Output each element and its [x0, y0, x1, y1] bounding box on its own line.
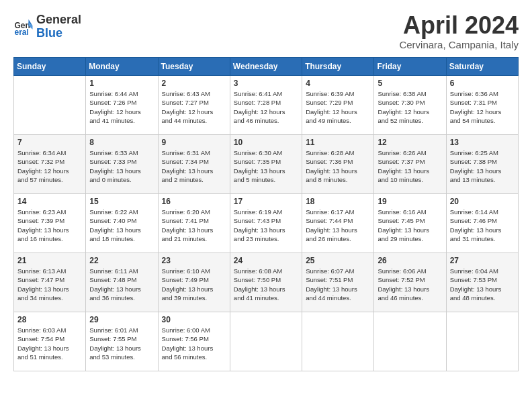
day-number: 13 [450, 138, 515, 147]
day-header-wednesday: Wednesday [230, 58, 302, 76]
day-info: Sunrise: 6:13 AMSunset: 7:47 PMDaylight:… [17, 267, 82, 302]
day-number: 8 [89, 138, 154, 147]
calendar-cell [374, 312, 446, 371]
day-number: 17 [234, 197, 298, 206]
calendar-cell: 11Sunrise: 6:28 AMSunset: 7:36 PMDayligh… [302, 135, 374, 194]
day-number: 11 [306, 138, 370, 147]
day-info: Sunrise: 6:17 AMSunset: 7:44 PMDaylight:… [306, 208, 370, 243]
header-row: SundayMondayTuesdayWednesdayThursdayFrid… [14, 58, 519, 76]
day-info: Sunrise: 6:34 AMSunset: 7:32 PMDaylight:… [17, 148, 82, 184]
day-info: Sunrise: 6:39 AMSunset: 7:29 PMDaylight:… [306, 89, 370, 125]
day-number: 24 [234, 256, 298, 265]
svg-text:eral: eral [15, 28, 29, 37]
calendar-week-2: 7Sunrise: 6:34 AMSunset: 7:32 PMDaylight… [14, 135, 519, 194]
calendar-table: SundayMondayTuesdayWednesdayThursdayFrid… [13, 57, 519, 371]
day-info: Sunrise: 6:28 AMSunset: 7:36 PMDaylight:… [306, 148, 370, 184]
day-info: Sunrise: 6:01 AMSunset: 7:55 PMDaylight:… [89, 326, 154, 361]
day-info: Sunrise: 6:25 AMSunset: 7:38 PMDaylight:… [450, 148, 515, 184]
day-info: Sunrise: 6:16 AMSunset: 7:45 PMDaylight:… [378, 208, 442, 243]
day-number: 7 [17, 138, 82, 147]
calendar-cell: 20Sunrise: 6:14 AMSunset: 7:46 PMDayligh… [446, 194, 518, 253]
page-header: Gen eral General Blue April 2024 Cervina… [13, 13, 519, 50]
title-area: April 2024 Cervinara, Campania, Italy [399, 13, 519, 50]
calendar-cell: 8Sunrise: 6:33 AMSunset: 7:33 PMDaylight… [86, 135, 158, 194]
calendar-cell: 26Sunrise: 6:06 AMSunset: 7:52 PMDayligh… [374, 253, 446, 312]
calendar-cell: 30Sunrise: 6:00 AMSunset: 7:56 PMDayligh… [158, 312, 230, 371]
month-title: April 2024 [399, 13, 519, 38]
day-header-thursday: Thursday [302, 58, 374, 76]
calendar-cell [302, 312, 374, 371]
day-info: Sunrise: 6:19 AMSunset: 7:43 PMDaylight:… [234, 208, 298, 243]
calendar-cell: 18Sunrise: 6:17 AMSunset: 7:44 PMDayligh… [302, 194, 374, 253]
day-number: 3 [234, 79, 298, 88]
day-number: 25 [306, 256, 370, 265]
calendar-cell: 3Sunrise: 6:41 AMSunset: 7:28 PMDaylight… [230, 76, 302, 135]
day-number: 23 [162, 256, 226, 265]
calendar-cell: 28Sunrise: 6:03 AMSunset: 7:54 PMDayligh… [14, 312, 86, 371]
day-info: Sunrise: 6:20 AMSunset: 7:41 PMDaylight:… [162, 208, 226, 243]
day-info: Sunrise: 6:07 AMSunset: 7:51 PMDaylight:… [306, 267, 370, 302]
calendar-cell: 15Sunrise: 6:22 AMSunset: 7:40 PMDayligh… [86, 194, 158, 253]
calendar-cell: 21Sunrise: 6:13 AMSunset: 7:47 PMDayligh… [14, 253, 86, 312]
calendar-cell: 23Sunrise: 6:10 AMSunset: 7:49 PMDayligh… [158, 253, 230, 312]
day-info: Sunrise: 6:33 AMSunset: 7:33 PMDaylight:… [89, 148, 154, 184]
day-header-sunday: Sunday [14, 58, 86, 76]
day-info: Sunrise: 6:03 AMSunset: 7:54 PMDaylight:… [17, 326, 82, 361]
calendar-body: 1Sunrise: 6:44 AMSunset: 7:26 PMDaylight… [14, 76, 519, 371]
calendar-cell [14, 76, 86, 135]
day-header-monday: Monday [86, 58, 158, 76]
calendar-cell: 7Sunrise: 6:34 AMSunset: 7:32 PMDaylight… [14, 135, 86, 194]
day-info: Sunrise: 6:43 AMSunset: 7:27 PMDaylight:… [162, 89, 226, 125]
day-info: Sunrise: 6:26 AMSunset: 7:37 PMDaylight:… [378, 148, 442, 184]
calendar-week-4: 21Sunrise: 6:13 AMSunset: 7:47 PMDayligh… [14, 253, 519, 312]
day-info: Sunrise: 6:22 AMSunset: 7:40 PMDaylight:… [89, 208, 154, 243]
day-number: 2 [162, 79, 226, 88]
day-number: 29 [89, 315, 154, 324]
calendar-cell: 1Sunrise: 6:44 AMSunset: 7:26 PMDaylight… [86, 76, 158, 135]
day-header-saturday: Saturday [446, 58, 518, 76]
day-number: 5 [378, 79, 442, 88]
calendar-cell: 4Sunrise: 6:39 AMSunset: 7:29 PMDaylight… [302, 76, 374, 135]
day-number: 4 [306, 79, 370, 88]
calendar-week-5: 28Sunrise: 6:03 AMSunset: 7:54 PMDayligh… [14, 312, 519, 371]
calendar-cell: 13Sunrise: 6:25 AMSunset: 7:38 PMDayligh… [446, 135, 518, 194]
logo-icon: Gen eral [13, 17, 34, 37]
day-number: 16 [162, 197, 226, 206]
calendar-cell: 14Sunrise: 6:23 AMSunset: 7:39 PMDayligh… [14, 194, 86, 253]
location-subtitle: Cervinara, Campania, Italy [399, 39, 519, 50]
day-info: Sunrise: 6:38 AMSunset: 7:30 PMDaylight:… [378, 89, 442, 125]
calendar-cell: 12Sunrise: 6:26 AMSunset: 7:37 PMDayligh… [374, 135, 446, 194]
calendar-cell: 16Sunrise: 6:20 AMSunset: 7:41 PMDayligh… [158, 194, 230, 253]
day-info: Sunrise: 6:11 AMSunset: 7:48 PMDaylight:… [89, 267, 154, 302]
day-number: 18 [306, 197, 370, 206]
calendar-cell: 9Sunrise: 6:31 AMSunset: 7:34 PMDaylight… [158, 135, 230, 194]
day-number: 19 [378, 197, 442, 206]
calendar-cell: 19Sunrise: 6:16 AMSunset: 7:45 PMDayligh… [374, 194, 446, 253]
day-header-friday: Friday [374, 58, 446, 76]
day-number: 14 [17, 197, 82, 206]
day-number: 6 [450, 79, 515, 88]
day-number: 30 [162, 315, 226, 324]
day-info: Sunrise: 6:08 AMSunset: 7:50 PMDaylight:… [234, 267, 298, 302]
logo: Gen eral General Blue [13, 13, 81, 40]
day-info: Sunrise: 6:23 AMSunset: 7:39 PMDaylight:… [17, 208, 82, 243]
day-number: 27 [450, 256, 515, 265]
day-info: Sunrise: 6:06 AMSunset: 7:52 PMDaylight:… [378, 267, 442, 302]
calendar-cell: 5Sunrise: 6:38 AMSunset: 7:30 PMDaylight… [374, 76, 446, 135]
day-info: Sunrise: 6:30 AMSunset: 7:35 PMDaylight:… [234, 148, 298, 184]
day-info: Sunrise: 6:00 AMSunset: 7:56 PMDaylight:… [162, 326, 226, 361]
day-number: 20 [450, 197, 515, 206]
day-number: 1 [89, 79, 154, 88]
calendar-cell: 22Sunrise: 6:11 AMSunset: 7:48 PMDayligh… [86, 253, 158, 312]
day-info: Sunrise: 6:36 AMSunset: 7:31 PMDaylight:… [450, 89, 515, 125]
calendar-cell: 6Sunrise: 6:36 AMSunset: 7:31 PMDaylight… [446, 76, 518, 135]
calendar-cell: 27Sunrise: 6:04 AMSunset: 7:53 PMDayligh… [446, 253, 518, 312]
calendar-header: SundayMondayTuesdayWednesdayThursdayFrid… [14, 58, 519, 76]
day-number: 9 [162, 138, 226, 147]
day-number: 26 [378, 256, 442, 265]
calendar-cell [230, 312, 302, 371]
day-info: Sunrise: 6:41 AMSunset: 7:28 PMDaylight:… [234, 89, 298, 125]
day-number: 22 [89, 256, 154, 265]
calendar-cell: 17Sunrise: 6:19 AMSunset: 7:43 PMDayligh… [230, 194, 302, 253]
day-info: Sunrise: 6:10 AMSunset: 7:49 PMDaylight:… [162, 267, 226, 302]
